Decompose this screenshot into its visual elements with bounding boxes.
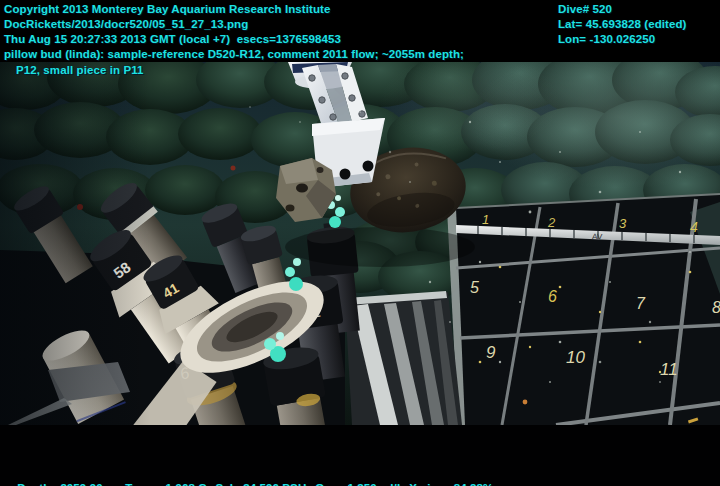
compartment-number-2: 2 xyxy=(547,215,556,230)
timestamp-line: Thu Aug 15 20:27:33 2013 GMT (local +7) … xyxy=(4,33,341,46)
annotation-line-1: pillow bud (linda): sample-reference D52… xyxy=(4,48,464,61)
gripper-hole xyxy=(340,169,351,180)
copyright-line: Copyright 2013 Monterey Bay Aquarium Res… xyxy=(4,3,331,16)
temperature-readout: Temp= 1.968 C xyxy=(125,482,206,486)
ruler-label: AV xyxy=(592,232,603,242)
compartment-number-4: 4 xyxy=(690,219,698,235)
sample-box: 1 2 3 4 5 6 7 8 9 10 11 AV xyxy=(447,194,720,425)
red-organism-dot xyxy=(231,166,236,171)
compartment-number-5: 5 xyxy=(470,279,479,296)
rov-video-frame: 1 2 3 4 5 6 7 8 9 10 11 AV xyxy=(0,0,720,486)
dive-number: Dive# 520 xyxy=(558,3,612,16)
file-path-line: DocRicketts/2013/docr520/05_51_27_13.png xyxy=(4,18,248,31)
transmissivity-readout: Xmiss= 84.28% xyxy=(409,482,493,486)
gripper-hole xyxy=(363,161,374,172)
compartment-number-10: 10 xyxy=(566,348,585,367)
depth-readout: Depth= 2059.90 m xyxy=(17,482,116,486)
compartment-number-3: 3 xyxy=(619,216,627,231)
oxygen-readout: Oxy= 1.350 ml/l xyxy=(315,482,400,486)
sample-tray-rails xyxy=(345,291,462,425)
compartment-number-11: 11 xyxy=(660,360,678,379)
rock-shadow xyxy=(285,227,475,267)
compartment-number-6: 6 xyxy=(548,288,557,305)
left-vignette xyxy=(0,62,150,425)
longitude-readout: Lon= -130.026250 xyxy=(558,33,655,46)
annotation-line-2: P12, small piece in P11 xyxy=(16,64,144,77)
compartment-number-9: 9 xyxy=(486,343,496,362)
compartment-number-1: 1 xyxy=(482,212,489,227)
compartment-number-7: 7 xyxy=(636,295,646,312)
latitude-readout: Lat= 45.693828 (edited) xyxy=(558,18,687,31)
telemetry-status-line: Depth= 2059.90 mTemp= 1.968 CSal= 34.596… xyxy=(4,469,502,486)
underwater-scene: 1 2 3 4 5 6 7 8 9 10 11 AV xyxy=(0,62,720,425)
compartment-number-8: 8 xyxy=(712,299,720,316)
salinity-readout: Sal= 34.596 PSU xyxy=(216,482,307,486)
